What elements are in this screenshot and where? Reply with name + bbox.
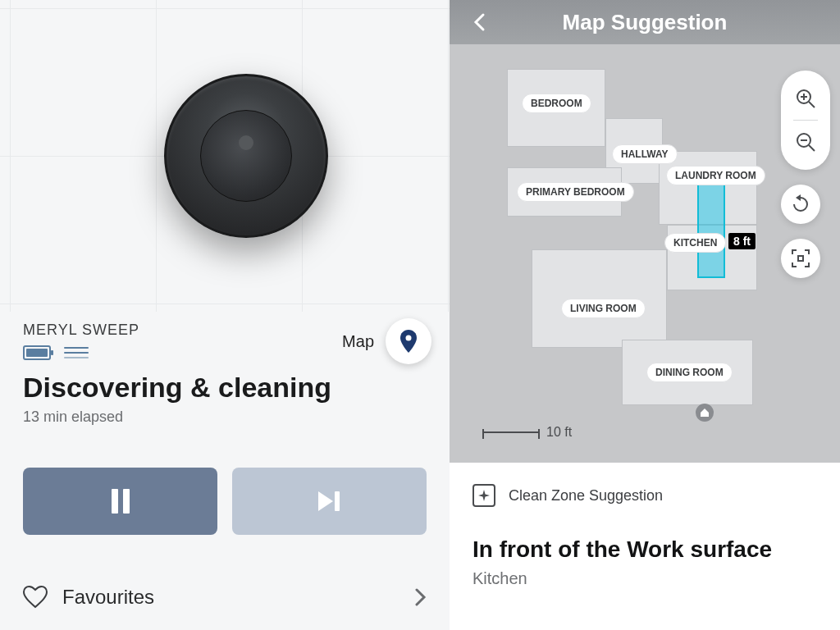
zoom-out-icon	[795, 131, 816, 153]
svg-rect-11	[798, 256, 803, 261]
map-pin-icon	[399, 330, 418, 353]
sparkle-icon	[472, 484, 495, 507]
chevron-left-icon	[472, 12, 486, 32]
robot-preview-area	[0, 0, 450, 312]
skip-button[interactable]	[232, 468, 427, 535]
status-title: Discovering & cleaning	[23, 372, 427, 404]
room-label-primary-bedroom[interactable]: PRIMARY BEDROOM	[517, 182, 634, 202]
svg-line-9	[809, 145, 815, 151]
suggestion-card: Clean Zone Suggestion In front of the Wo…	[450, 463, 840, 630]
svg-line-5	[809, 102, 815, 107]
svg-rect-2	[123, 489, 130, 514]
favourites-row[interactable]: Favourites	[23, 586, 427, 609]
room-label-living-room[interactable]: LIVING ROOM	[561, 299, 646, 318]
map-header: Map Suggestion	[450, 0, 840, 44]
floorplan: 2 ft 8 ft BEDROOM HALLWAY PRIMARY BEDROO…	[482, 61, 778, 438]
chevron-right-icon	[415, 588, 427, 606]
scale-label: 10 ft	[546, 425, 572, 440]
rotate-button[interactable]	[781, 185, 820, 224]
zoom-in-icon	[795, 88, 816, 109]
map-header-title: Map Suggestion	[563, 10, 728, 35]
room-label-laundry-room[interactable]: LAUNDRY ROOM	[666, 166, 765, 185]
recenter-icon	[790, 248, 811, 269]
room-label-kitchen[interactable]: KITCHEN	[664, 233, 726, 253]
map-panel: Map Suggestion 2 ft 8 ft BEDROOM HALLWAY…	[450, 0, 840, 630]
pause-icon	[110, 489, 131, 514]
svg-rect-3	[335, 491, 340, 511]
map-pin-button[interactable]	[386, 318, 431, 364]
favourites-label: Favourites	[62, 586, 400, 609]
skip-icon	[317, 490, 343, 513]
svg-point-0	[406, 336, 412, 341]
svg-rect-1	[112, 489, 118, 514]
map-link-label[interactable]: Map	[342, 332, 374, 351]
robot-image	[164, 74, 328, 238]
status-panel: Map MERYL SWEEP Discovering & cleaning 1…	[0, 0, 450, 630]
pause-button[interactable]	[23, 468, 217, 535]
zoom-tool-group	[781, 71, 830, 170]
heart-icon	[23, 586, 48, 609]
scale-bar: 10 ft	[482, 425, 572, 440]
suggestion-title: In front of the Work surface	[472, 536, 817, 563]
suggestion-subtitle: Kitchen	[472, 569, 817, 588]
suggestion-badge: Clean Zone Suggestion	[509, 487, 663, 504]
elapsed-time: 13 min elapsed	[23, 409, 427, 426]
zoom-out-button[interactable]	[786, 122, 825, 162]
room-label-bedroom[interactable]: BEDROOM	[522, 94, 591, 113]
home-dock-icon	[696, 404, 714, 422]
suggested-zone[interactable]	[697, 180, 725, 278]
back-button[interactable]	[463, 0, 495, 44]
battery-icon	[23, 345, 51, 360]
zone-height-badge: 8 ft	[728, 233, 756, 249]
water-level-icon	[64, 345, 89, 360]
room-label-dining-room[interactable]: DINING ROOM	[646, 363, 733, 382]
room-label-hallway[interactable]: HALLWAY	[612, 144, 678, 164]
zoom-in-button[interactable]	[786, 79, 825, 118]
recenter-button[interactable]	[781, 239, 820, 278]
rotate-icon	[790, 194, 811, 215]
